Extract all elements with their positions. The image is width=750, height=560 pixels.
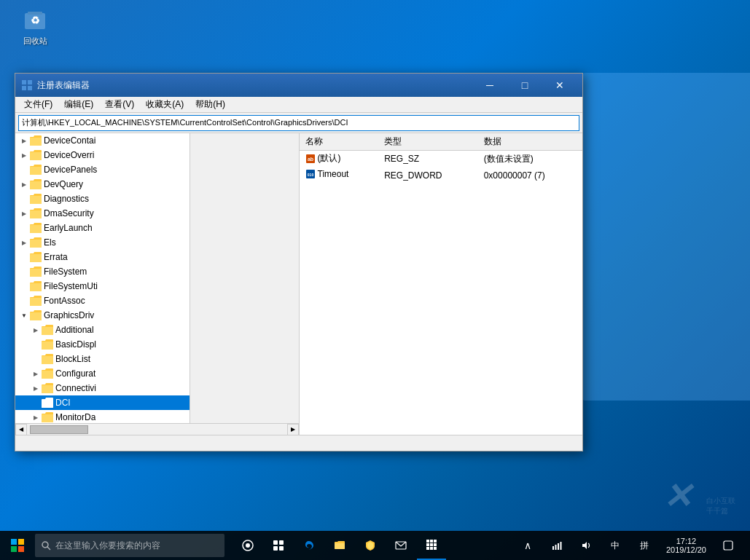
edge-button[interactable] xyxy=(294,531,324,560)
security-button[interactable] xyxy=(356,531,385,560)
status-bar xyxy=(15,435,582,451)
network-icon[interactable] xyxy=(544,531,570,560)
notification-icon[interactable]: ∧ xyxy=(515,531,541,560)
dword-icon: 010 xyxy=(305,169,316,179)
tree-item-errata[interactable]: ▶ Errata xyxy=(15,250,190,264)
tree-item-devicepanels[interactable]: ▶ DevicePanels xyxy=(15,162,190,177)
col-header-type[interactable]: 类型 xyxy=(378,133,478,151)
hscroll-thumb[interactable] xyxy=(30,425,88,434)
tree-item-blocklist[interactable]: ▶ BlockList xyxy=(15,352,190,366)
tree-item-dmasecurity[interactable]: ▶ DmaSecurity xyxy=(15,206,190,221)
minimize-button[interactable]: ─ xyxy=(473,74,507,97)
tree-arrow-earlylaunch: ▶ xyxy=(18,222,30,234)
svg-rect-29 xyxy=(434,543,437,546)
tree-label-devicecontai: DeviceContai xyxy=(44,135,95,146)
folder-icon-blocklist xyxy=(42,354,53,364)
reg-name-default: ab (默认) xyxy=(300,151,379,167)
tree-item-fontassoc[interactable]: ▶ FontAssoc xyxy=(15,293,190,308)
svg-rect-28 xyxy=(430,543,433,546)
tree-item-connectivi[interactable]: ▶ Connectivi xyxy=(15,381,190,395)
tree-item-diagnostics[interactable]: ▶ Diagnostics xyxy=(15,192,190,206)
folder-icon-devicepanels xyxy=(30,165,42,175)
tree-hscrollbar[interactable]: ◀ ▶ xyxy=(15,423,299,435)
tree-item-deviceoverri[interactable]: ▶ DeviceOverri xyxy=(15,148,190,162)
svg-rect-32 xyxy=(434,547,437,550)
start-button[interactable] xyxy=(3,531,32,560)
tree-label-earlylaunch: EarlyLaunch xyxy=(44,223,93,233)
col-header-name[interactable]: 名称 xyxy=(300,133,379,151)
svg-rect-3 xyxy=(22,80,26,84)
window-controls: ─ □ ✕ xyxy=(473,74,577,97)
svg-rect-33 xyxy=(552,546,554,550)
tree-item-els[interactable]: ▶ Els xyxy=(15,235,190,250)
date-display: 2019/12/20 xyxy=(666,545,706,554)
tree-item-configurat[interactable]: ▶ Configurat xyxy=(15,366,190,381)
hscroll-right[interactable]: ▶ xyxy=(287,424,299,435)
tree-item-graphicsdriv[interactable]: ▼ GraphicsDriv xyxy=(15,308,190,323)
table-row[interactable]: 010 Timeout REG_DWORD 0x00000007 (7) xyxy=(300,167,583,184)
close-button[interactable]: ✕ xyxy=(543,74,577,97)
menu-favorites[interactable]: 收藏夹(A) xyxy=(140,97,190,112)
svg-rect-22 xyxy=(279,546,284,551)
svg-rect-35 xyxy=(558,543,559,550)
table-row[interactable]: ab (默认) REG_SZ (数值未设置) xyxy=(300,151,583,167)
recycle-bin-icon[interactable]: ♻ 回收站 xyxy=(13,7,57,47)
svg-rect-34 xyxy=(555,545,556,550)
explorer-button[interactable] xyxy=(325,531,354,560)
svg-point-18 xyxy=(246,543,250,548)
ime-mode-icon[interactable]: 拼 xyxy=(631,531,657,560)
taskview-button[interactable] xyxy=(233,531,262,560)
tree-arrow-filesystemuti: ▶ xyxy=(18,280,30,292)
registry-table: 名称 类型 数据 ab xyxy=(300,133,583,184)
menu-file[interactable]: 文件(F) xyxy=(18,97,58,112)
taskbar-center xyxy=(233,531,446,560)
recycle-bin-label: 回收站 xyxy=(23,36,47,47)
side-panel xyxy=(582,73,750,401)
folder-icon-diagnostics xyxy=(30,194,42,204)
tree-item-basicdispl[interactable]: ▶ BasicDispl xyxy=(15,337,190,352)
maximize-button[interactable]: □ xyxy=(508,74,542,97)
clock[interactable]: 17:12 2019/12/20 xyxy=(660,537,712,554)
tree-arrow-devquery: ▶ xyxy=(18,178,30,190)
folder-icon-dci xyxy=(42,398,53,408)
hscroll-left[interactable]: ◀ xyxy=(15,424,27,435)
action-center-icon[interactable] xyxy=(715,531,741,560)
menu-edit[interactable]: 编辑(E) xyxy=(58,97,99,112)
address-input[interactable] xyxy=(18,115,579,131)
svg-point-15 xyxy=(42,542,48,548)
ime-icon[interactable]: 中 xyxy=(602,531,628,560)
apps-button[interactable] xyxy=(264,531,293,560)
tree-arrow-dmasecurity: ▶ xyxy=(18,208,30,219)
volume-icon[interactable] xyxy=(573,531,599,560)
mail-button[interactable] xyxy=(386,531,415,560)
mail-icon xyxy=(395,540,407,551)
tree-label-filesystemuti: FileSystemUti xyxy=(44,281,98,291)
tree-item-dci[interactable]: ▶ DCI xyxy=(15,395,190,410)
tree-panel: ▶ DeviceContai ▶ DeviceOverri ▶ xyxy=(15,133,190,423)
tiles-button[interactable] xyxy=(417,531,446,560)
tree-label-basicdispl: BasicDispl xyxy=(55,339,96,350)
folder-icon-deviceoverri xyxy=(30,150,42,160)
tree-item-devicecontai[interactable]: ▶ DeviceContai xyxy=(15,133,190,148)
tree-label-configurat: Configurat xyxy=(55,368,95,379)
main-content: ▶ DeviceContai ▶ DeviceOverri ▶ xyxy=(15,133,582,435)
tree-item-filesystemuti[interactable]: ▶ FileSystemUti xyxy=(15,279,190,293)
menu-help[interactable]: 帮助(H) xyxy=(190,97,231,112)
reg-type-timeout: REG_DWORD xyxy=(378,167,478,184)
search-bar[interactable]: 在这里输入你要搜索的内容 xyxy=(35,534,224,557)
tree-item-filesystem[interactable]: ▶ FileSystem xyxy=(15,264,190,279)
tree-arrow-additional: ▶ xyxy=(30,324,42,336)
svg-rect-5 xyxy=(22,86,26,90)
menu-view[interactable]: 查看(V) xyxy=(99,97,140,112)
tree-arrow-filesystem: ▶ xyxy=(18,266,30,277)
tree-item-devquery[interactable]: ▶ DevQuery xyxy=(15,177,190,192)
svg-line-16 xyxy=(47,547,50,550)
tree-item-monitorda[interactable]: ▶ MonitorDa xyxy=(15,410,190,423)
folder-icon-monitorda xyxy=(42,412,53,422)
tree-item-additional[interactable]: ▶ Additional xyxy=(15,323,190,337)
folder-icon-errata xyxy=(30,252,42,262)
col-header-data[interactable]: 数据 xyxy=(478,133,582,151)
svg-rect-20 xyxy=(279,540,284,545)
network-bars-icon xyxy=(552,540,562,551)
tree-item-earlylaunch[interactable]: ▶ EarlyLaunch xyxy=(15,221,190,235)
